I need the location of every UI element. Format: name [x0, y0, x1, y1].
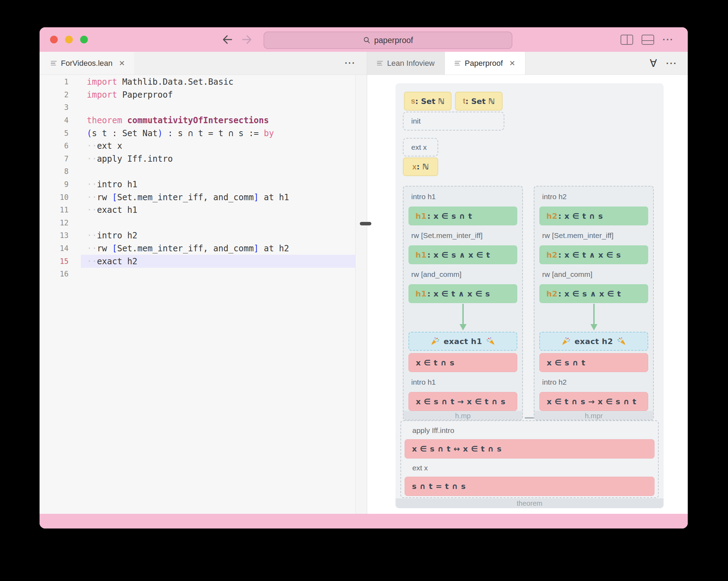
code-line[interactable]: 15··exact h2 [40, 255, 355, 268]
code-line[interactable]: 9··intro h1 [40, 178, 355, 191]
panel-tabbar: Lean Infoview Paperproof ✕ ∀ ··· [367, 52, 688, 75]
code-line-text: import Paperproof [81, 89, 355, 102]
code-line[interactable]: 5(s t : Set Nat) : s ∩ t = t ∩ s := by [40, 127, 355, 140]
hypothesis-chip-s[interactable]: s: Set ℕ [404, 92, 451, 111]
line-number: 5 [40, 129, 69, 138]
tactic-label[interactable]: ext x [405, 461, 658, 475]
tactic-label[interactable]: rw [and_comm] [404, 267, 522, 282]
tab-lean-infoview[interactable]: Lean Infoview [367, 52, 445, 75]
tab-label: Paperproof [465, 59, 503, 68]
tactic-label[interactable]: intro h2 [534, 375, 653, 390]
goal-box[interactable]: x ∈ t ∩ s [408, 353, 517, 372]
theorem-footer: theorem [396, 498, 664, 508]
ext-tactic-box[interactable]: ext x [403, 138, 438, 156]
tactic-label[interactable]: rw [Set.mem_inter_iff] [534, 228, 653, 243]
tactic-label[interactable]: intro h1 [404, 375, 522, 390]
tab-close-icon[interactable]: ✕ [119, 59, 125, 68]
back-button[interactable] [221, 33, 233, 46]
exact-tactic-label: exact h2 [574, 337, 613, 346]
code-line-text: ··rw [Set.mem_inter_iff, and_comm] at h1 [81, 191, 355, 204]
traffic-lights [50, 36, 88, 43]
editor-more-options[interactable]: ··· [345, 52, 356, 75]
forward-button[interactable] [241, 33, 253, 46]
line-number: 14 [40, 244, 69, 253]
exact-tactic-box[interactable]: exact h2 [539, 332, 648, 351]
line-number: 9 [40, 180, 69, 189]
code-line[interactable]: 14··rw [Set.mem_inter_iff, and_comm] at … [40, 242, 355, 255]
code-line[interactable]: 10··rw [Set.mem_inter_iff, and_comm] at … [40, 191, 355, 204]
tactic-label[interactable]: rw [Set.mem_inter_iff] [404, 228, 522, 243]
code-line[interactable]: 4theorem commutativityOfIntersections [40, 114, 355, 127]
code-line-text [81, 101, 355, 114]
code-line-text: ··ext x [81, 140, 355, 153]
goal-box[interactable]: x ∈ s ∩ t ↔ x ∈ t ∩ s [405, 439, 654, 458]
hypothesis-chip-x[interactable]: x: ℕ [403, 158, 438, 176]
code-line[interactable]: 2import Paperproof [40, 89, 355, 102]
init-tactic-box[interactable]: init [403, 112, 504, 131]
forward-arrow-icon [241, 34, 253, 46]
toggle-panel-icon[interactable] [642, 35, 654, 45]
tactic-label[interactable]: rw [and_comm] [534, 267, 653, 282]
paperproof-canvas: s: Set ℕ t: Set ℕ init ext x x: ℕ [367, 75, 688, 514]
goal-box[interactable]: x ∈ s ∩ t [539, 353, 648, 372]
goal-box[interactable]: x ∈ t ∩ s → x ∈ s ∩ t [539, 392, 648, 411]
search-icon [363, 36, 371, 44]
code-line-text [81, 217, 355, 230]
tactic-label[interactable]: intro h2 [534, 189, 653, 204]
code-line[interactable]: 12 [40, 217, 355, 230]
hypothesis-name: h2 [546, 251, 558, 259]
hypothesis-box[interactable]: h1: x ∈ t ∧ x ∈ s [408, 284, 517, 303]
branch-footer: h.mp [404, 411, 522, 420]
close-window-button[interactable] [50, 36, 58, 43]
lean-forall-icon[interactable]: ∀ [650, 57, 657, 69]
tactic-label[interactable]: apply Iff.intro [405, 423, 658, 438]
hypothesis-box[interactable]: h2: x ∈ s ∧ x ∈ t [539, 284, 648, 303]
hypothesis-chip-t[interactable]: t: Set ℕ [455, 92, 503, 111]
titlebar-more-options[interactable]: ··· [663, 35, 674, 44]
code-line-text: ··exact h1 [81, 204, 355, 217]
code-line[interactable]: 7··apply Iff.intro [40, 153, 355, 166]
zoom-window-button[interactable] [80, 36, 88, 43]
code-line[interactable]: 13··intro h2 [40, 229, 355, 242]
editor-tab-forvideos[interactable]: ForVideos.lean ✕ [40, 52, 134, 75]
file-menu-icon [455, 61, 461, 66]
code-lines: 1import Mathlib.Data.Set.Basic2import Pa… [40, 76, 367, 281]
hypothesis-box[interactable]: h2: x ∈ t ∩ s [539, 206, 648, 225]
tactic-label[interactable]: intro h1 [404, 189, 522, 204]
pane-splitter-handle[interactable] [360, 222, 371, 225]
hypothesis-box[interactable]: h1: x ∈ s ∧ x ∈ t [408, 245, 517, 264]
hypothesis-name: h2 [546, 212, 558, 220]
code-line-text: ··apply Iff.intro [81, 153, 355, 166]
line-number: 3 [40, 103, 69, 112]
code-line[interactable]: 8 [40, 165, 355, 178]
line-number: 15 [40, 257, 69, 266]
code-line[interactable]: 11··exact h1 [40, 204, 355, 217]
minimize-window-button[interactable] [65, 36, 73, 43]
code-line-text: (s t : Set Nat) : s ∩ t = t ∩ s := by [81, 127, 355, 140]
theorem-frame: s: Set ℕ t: Set ℕ init ext x x: ℕ [396, 83, 664, 508]
split-view-icon[interactable] [621, 35, 633, 45]
tab-close-icon[interactable]: ✕ [509, 59, 516, 68]
goal-box[interactable]: s ∩ t = t ∩ s [405, 477, 654, 496]
code-line-text: ··rw [Set.mem_inter_iff, and_comm] at h2 [81, 242, 355, 255]
search-text: paperproof [374, 36, 413, 45]
theorem-bottom-section: apply Iff.introx ∈ s ∩ t ↔ x ∈ t ∩ sext … [400, 420, 659, 498]
status-bar [40, 514, 688, 528]
hypothesis-name: h2 [546, 289, 558, 298]
hypothesis-box[interactable]: h2: x ∈ t ∧ x ∈ s [539, 245, 648, 264]
code-line[interactable]: 3 [40, 101, 355, 114]
code-line[interactable]: 1import Mathlib.Data.Set.Basic [40, 76, 355, 89]
file-menu-icon [377, 61, 383, 66]
panel-more-options[interactable]: ··· [666, 59, 677, 68]
line-number: 16 [40, 270, 69, 278]
exact-tactic-box[interactable]: exact h1 [408, 332, 517, 351]
hypothesis-type: : x ∈ s ∧ x ∈ t [558, 289, 621, 298]
code-line[interactable]: 6··ext x [40, 140, 355, 153]
goal-box[interactable]: x ∈ s ∩ t → x ∈ t ∩ s [408, 392, 517, 411]
tab-paperproof[interactable]: Paperproof ✕ [445, 52, 525, 75]
hypothesis-box[interactable]: h1: x ∈ s ∩ t [408, 206, 517, 225]
address-search-field[interactable]: paperproof [264, 31, 512, 49]
code-editor[interactable]: 1import Mathlib.Data.Set.Basic2import Pa… [40, 75, 367, 514]
editor-scrollbar[interactable] [355, 75, 367, 514]
code-line[interactable]: 16 [40, 268, 355, 281]
